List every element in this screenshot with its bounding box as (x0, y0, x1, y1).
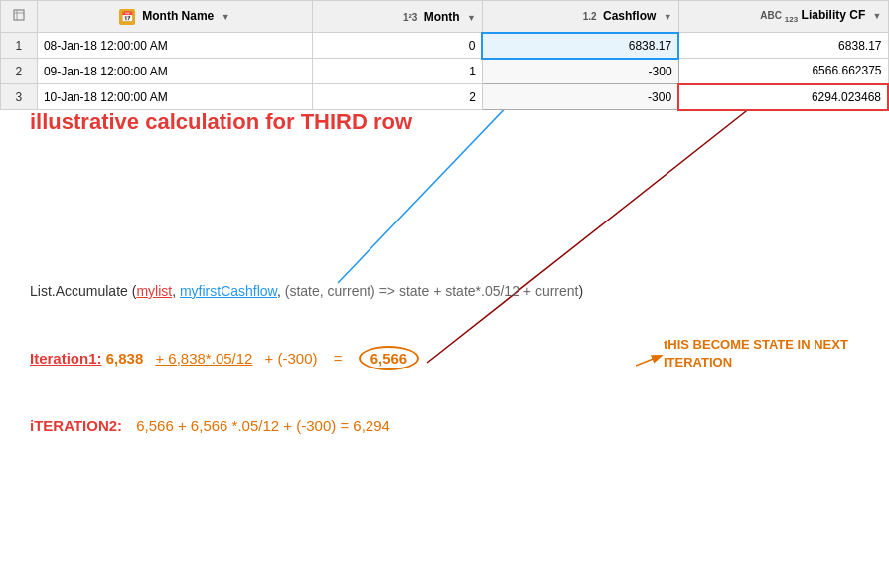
row-number-1: 1 (1, 33, 38, 59)
table-row: 3 10-Jan-18 12:00:00 AM 2 -300 6294.0234… (1, 84, 889, 110)
table-row: 1 08-Jan-18 12:00:00 AM 0 6838.17 6838.1… (1, 33, 889, 59)
month-name-2: 09-Jan-18 12:00:00 AM (37, 59, 312, 84)
month-name-3: 10-Jan-18 12:00:00 AM (37, 84, 312, 110)
liability-header[interactable]: ABC123 Liability CF ▼ (678, 1, 888, 33)
month-name-header[interactable]: 📅 Month Name ▼ (37, 1, 312, 33)
svg-line-2 (636, 356, 661, 366)
month-header[interactable]: 1²3 Month ▼ (312, 1, 482, 33)
sort-icon-liability: ▼ (873, 11, 882, 21)
iteration1-display: Iteration1: 6,838 + 6,838*.05/12 + (-300… (30, 346, 419, 370)
illustration-title: illustrative calculation for THIRD row (30, 109, 412, 135)
month-1: 0 (312, 33, 482, 59)
cashflow-3: -300 (482, 84, 678, 110)
sort-icon-cashflow: ▼ (664, 12, 672, 22)
iter1-state-note: tHIS BECOME STATE IN NEXT ITERATION (664, 336, 852, 371)
row-number-3: 3 (1, 84, 38, 110)
data-table: 📅 Month Name ▼ 1²3 Month ▼ 1.2 Cashflow … (0, 0, 889, 111)
liability-3: 6294.023468 (678, 84, 888, 110)
svg-rect-3 (14, 10, 24, 20)
cashflow-1: 6838.17 (482, 33, 678, 59)
cashflow-2: -300 (482, 59, 678, 84)
iteration2-display: iTERATION2: 6,566 + 6,566 *.05/12 + (-30… (30, 417, 390, 434)
month-name-1: 08-Jan-18 12:00:00 AM (37, 33, 312, 59)
iter1-result: 6,566 (359, 346, 420, 370)
liability-1: 6838.17 (678, 33, 888, 59)
formula-display: List.Accumulate (mylist, myfirstCashflow… (30, 283, 583, 299)
liability-2: 6566.662375 (678, 59, 888, 84)
svg-line-1 (427, 104, 755, 363)
table-row: 2 09-Jan-18 12:00:00 AM 1 -300 6566.6623… (1, 59, 889, 84)
sort-icon-month: ▼ (467, 13, 476, 23)
row-number-header (1, 1, 38, 33)
cashflow-header[interactable]: 1.2 Cashflow ▼ (482, 1, 678, 33)
month-3: 2 (312, 84, 482, 110)
sort-icon: ▼ (222, 12, 230, 22)
row-number-2: 2 (1, 59, 38, 84)
month-2: 1 (312, 59, 482, 84)
myfirstcashflow-link[interactable]: myfirstCashflow (180, 283, 277, 299)
mylist-link[interactable]: mylist (136, 283, 172, 299)
calendar-icon: 📅 (119, 9, 135, 25)
